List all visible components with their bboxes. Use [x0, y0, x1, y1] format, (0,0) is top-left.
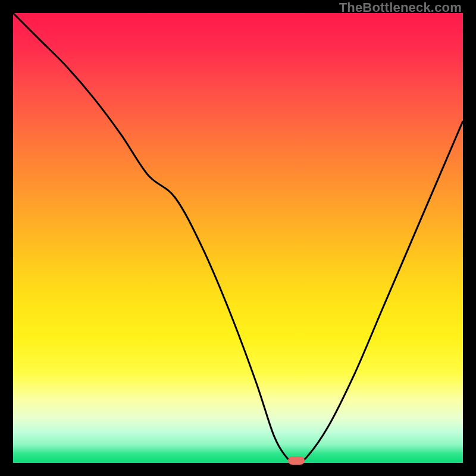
plot-area [13, 13, 463, 463]
bottleneck-curve [13, 13, 463, 463]
curve-path [13, 13, 463, 462]
chart-frame: TheBottleneck.com [0, 0, 476, 476]
marker-pill [288, 456, 305, 465]
